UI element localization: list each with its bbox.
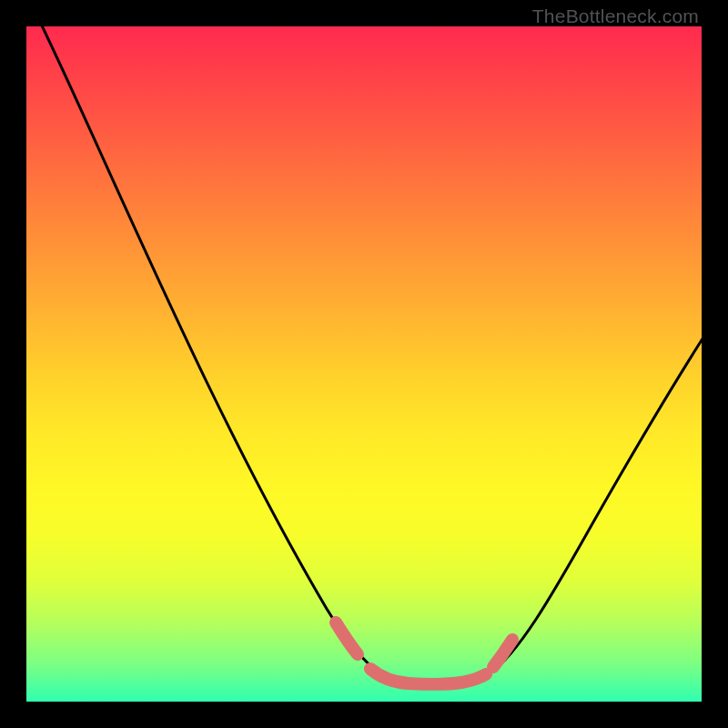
highlight-bump	[454, 678, 463, 687]
curve-layer	[26, 26, 702, 702]
bottleneck-chart: TheBottleneck.com	[0, 0, 728, 728]
bottleneck-curve-path	[40, 26, 702, 684]
highlight-bump	[384, 676, 393, 685]
highlight-seg-right	[493, 640, 512, 667]
watermark-text: TheBottleneck.com	[532, 5, 699, 27]
highlight-seg-left	[336, 622, 358, 654]
highlight-bump	[436, 680, 445, 689]
highlight-bump	[399, 679, 409, 688]
highlight-bump	[418, 680, 427, 689]
